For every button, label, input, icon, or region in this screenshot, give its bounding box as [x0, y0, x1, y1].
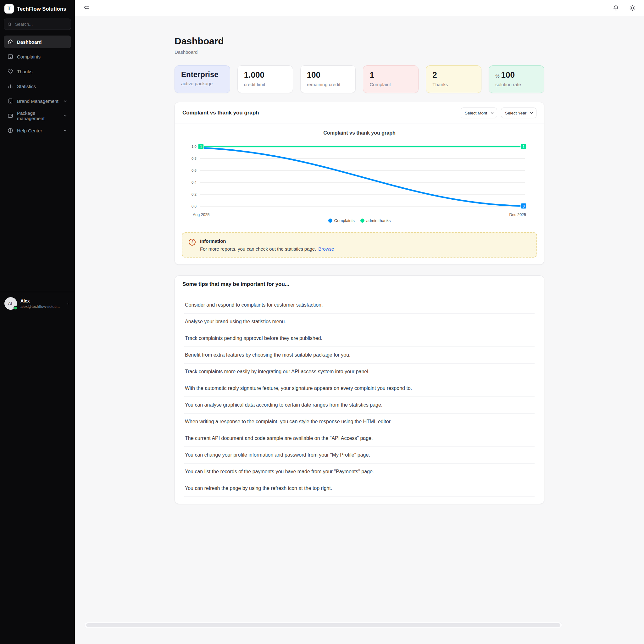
home-icon [8, 39, 13, 45]
chevron-down-icon [63, 114, 67, 118]
month-select[interactable]: Select Mont [461, 108, 497, 118]
stat-label: Complaint [369, 82, 412, 87]
svg-text:0.6: 0.6 [192, 169, 197, 172]
tip-item: Benefit from extra features by choosing … [184, 347, 535, 364]
tip-item: Track complaints pending approval before… [184, 330, 535, 347]
sidebar-item-label: Help Center [17, 128, 42, 133]
tip-item: When writing a response to the complaint… [184, 414, 535, 430]
help-icon [8, 128, 13, 133]
complaints-icon [8, 54, 13, 59]
avatar: AL [4, 297, 17, 310]
stat-label: Thanks [432, 82, 475, 87]
search-input[interactable] [14, 21, 68, 27]
sidebar-item-brand-management[interactable]: Brand Management [4, 95, 71, 107]
theme-toggle-icon[interactable] [629, 5, 636, 11]
sidebar-nav: Dashboard Complaints Thanks Statistics B… [0, 36, 75, 137]
topbar [75, 0, 644, 16]
heart-icon [8, 69, 13, 74]
tip-item: You can list the records of the payments… [184, 464, 535, 480]
horizontal-scrollbar[interactable] [84, 622, 562, 628]
stat-card-credit-limit: 1.000 credit limit [237, 65, 293, 93]
svg-text:0.0: 0.0 [192, 204, 197, 208]
legend-dot [328, 219, 332, 223]
sidebar-item-label: Brand Management [17, 98, 58, 104]
stat-label: credit limit [244, 82, 286, 87]
info-icon: i [189, 239, 196, 246]
svg-text:Dec 2025: Dec 2025 [509, 213, 526, 217]
profile-email: alex@techflow-soluti... [20, 304, 60, 309]
main-area: Dashboard Dashboard Enterprise active pa… [75, 0, 644, 644]
building-icon [8, 98, 13, 104]
legend-item-complaints[interactable]: Complaints [328, 218, 355, 223]
tip-item: You can change your profile information … [184, 447, 535, 464]
chart-filters: Select Mont Select Year [461, 108, 536, 118]
sidebar-item-statistics[interactable]: Statistics [4, 80, 71, 92]
chart-legend: Complaints admin.thanks [182, 218, 537, 223]
info-content: Information For more reports, you can ch… [200, 238, 334, 252]
brand-logo[interactable]: T TechFlow Solutions [0, 0, 75, 17]
svg-text:0.8: 0.8 [192, 157, 197, 160]
svg-text:1: 1 [200, 145, 202, 149]
chart-card-title: Complaint vs thank you graph [182, 110, 259, 116]
app-name: TechFlow Solutions [17, 6, 66, 12]
sidebar-item-label: Thanks [17, 69, 32, 74]
logo-icon: T [4, 4, 14, 14]
profile-name: Alex [20, 298, 60, 303]
stat-card-remaining-credit: 100 remaining credit [300, 65, 356, 93]
sidebar-item-thanks[interactable]: Thanks [4, 65, 71, 78]
stat-value: 1.000 [244, 70, 286, 80]
stat-value: Enterprise [181, 70, 224, 79]
chevron-down-icon [63, 128, 67, 133]
sidebar-item-package-management[interactable]: Package management [4, 109, 71, 122]
chart-card-header: Complaint vs thank you graph Select Mont… [175, 102, 544, 124]
legend-label: Complaints [334, 218, 355, 223]
online-status-dot [14, 306, 18, 310]
sidebar-item-help-center[interactable]: Help Center [4, 124, 71, 137]
scrollbar-thumb[interactable] [86, 623, 560, 627]
svg-text:1: 1 [523, 145, 525, 149]
chevron-down-icon [63, 99, 67, 103]
sidebar-item-label: Statistics [17, 84, 36, 89]
line-chart: 1.0 0.8 0.6 0.4 0.2 0.0 1 [183, 140, 536, 218]
stat-card-complaint: 1 Complaint [363, 65, 419, 93]
stat-value: 2 [432, 70, 475, 80]
stat-card-solution-rate: %100 solution rate [489, 65, 544, 93]
avatar-initials: AL [8, 301, 13, 306]
stat-value: 100 [307, 70, 349, 80]
stat-label: solution rate [495, 82, 538, 87]
stat-card-thanks: 2 Thanks [426, 65, 481, 93]
wallet-icon [8, 113, 13, 119]
page-content: Dashboard Dashboard Enterprise active pa… [75, 16, 644, 644]
topbar-actions [613, 5, 636, 11]
bar-chart-icon [8, 83, 13, 89]
info-box: i Information For more reports, you can … [182, 232, 537, 258]
sidebar-collapse-icon[interactable] [83, 5, 90, 12]
svg-text:1.0: 1.0 [192, 145, 197, 148]
stat-value: %100 [495, 70, 538, 80]
breadcrumb: Dashboard [175, 49, 544, 55]
info-title: Information [200, 238, 334, 244]
tips-card-header: Some tips that may be important for you.… [175, 276, 544, 293]
sidebar-item-label: Complaints [17, 54, 41, 59]
tips-list: Consider and respond to complaints for c… [175, 293, 544, 504]
sidebar-item-label: Dashboard [17, 39, 42, 45]
page-title: Dashboard [175, 36, 544, 47]
year-select[interactable]: Select Year [501, 108, 536, 118]
browse-link[interactable]: Browse [318, 246, 334, 252]
sidebar-item-complaints[interactable]: Complaints [4, 50, 71, 63]
tip-item: You can refresh the page by using the re… [184, 480, 535, 497]
legend-item-admin-thanks[interactable]: admin.thanks [360, 218, 391, 223]
svg-text:Aug 2025: Aug 2025 [193, 213, 210, 217]
kebab-menu-icon[interactable] [65, 301, 70, 306]
user-profile[interactable]: AL Alex alex@techflow-soluti... [0, 292, 75, 315]
sidebar-item-dashboard[interactable]: Dashboard [4, 36, 71, 48]
legend-label: admin.thanks [366, 218, 391, 223]
tips-card: Some tips that may be important for you.… [175, 275, 544, 504]
chart-title: Complaint vs thank you graph [182, 130, 537, 136]
tips-card-title: Some tips that may be important for you.… [182, 281, 289, 287]
legend-dot [360, 219, 364, 223]
stat-label: remaining credit [307, 82, 349, 87]
bell-icon[interactable] [613, 5, 619, 11]
year-select-wrap: Select Year [501, 108, 536, 118]
tip-item: Analyse your brand using the statistics … [184, 314, 535, 330]
